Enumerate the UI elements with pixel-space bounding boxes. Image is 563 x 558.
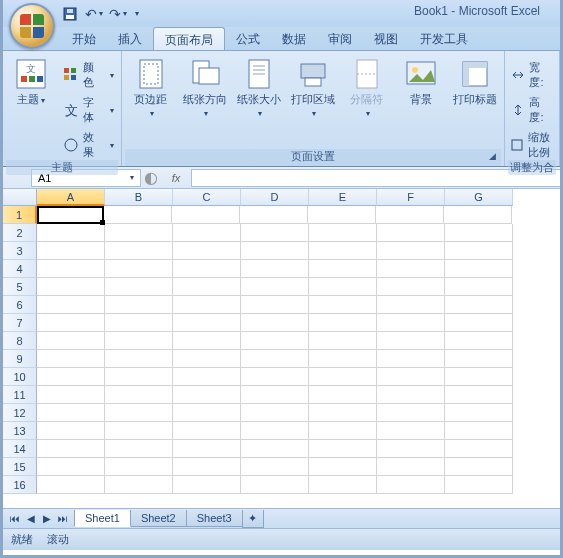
cell[interactable] bbox=[309, 242, 377, 260]
cell[interactable] bbox=[377, 368, 445, 386]
cell[interactable] bbox=[37, 242, 105, 260]
cell[interactable] bbox=[241, 440, 309, 458]
cell[interactable] bbox=[377, 476, 445, 494]
cell[interactable] bbox=[37, 404, 105, 422]
cell[interactable] bbox=[377, 404, 445, 422]
col-header-c[interactable]: C bbox=[173, 189, 241, 206]
row-header[interactable]: 5 bbox=[3, 278, 37, 296]
cell[interactable] bbox=[173, 278, 241, 296]
row-header[interactable]: 4 bbox=[3, 260, 37, 278]
cell[interactable] bbox=[37, 278, 105, 296]
row-header[interactable]: 15 bbox=[3, 458, 37, 476]
cell[interactable] bbox=[37, 260, 105, 278]
cell[interactable] bbox=[377, 350, 445, 368]
height-control[interactable]: 高度: bbox=[510, 95, 554, 125]
col-header-a[interactable]: A bbox=[37, 189, 105, 206]
row-header[interactable]: 12 bbox=[3, 404, 37, 422]
cell[interactable] bbox=[105, 476, 173, 494]
cell[interactable] bbox=[173, 386, 241, 404]
cell[interactable] bbox=[37, 296, 105, 314]
cell[interactable] bbox=[105, 368, 173, 386]
tab-formulas[interactable]: 公式 bbox=[225, 27, 271, 50]
cell[interactable] bbox=[377, 440, 445, 458]
cell[interactable] bbox=[445, 296, 513, 314]
breaks-button[interactable]: 分隔符▾ bbox=[341, 54, 393, 124]
cell[interactable] bbox=[376, 206, 444, 224]
row-header[interactable]: 11 bbox=[3, 386, 37, 404]
row-header[interactable]: 16 bbox=[3, 476, 37, 494]
cell[interactable] bbox=[173, 404, 241, 422]
cell[interactable] bbox=[105, 350, 173, 368]
cell[interactable] bbox=[37, 206, 104, 224]
col-header-b[interactable]: B bbox=[105, 189, 173, 206]
cell[interactable] bbox=[445, 224, 513, 242]
cell[interactable] bbox=[173, 422, 241, 440]
office-button[interactable] bbox=[9, 3, 55, 49]
margins-button[interactable]: 页边距▾ bbox=[125, 54, 177, 124]
cell[interactable] bbox=[173, 296, 241, 314]
col-header-e[interactable]: E bbox=[309, 189, 377, 206]
undo-button[interactable]: ↶▾ bbox=[85, 5, 103, 23]
cell[interactable] bbox=[37, 458, 105, 476]
row-header[interactable]: 3 bbox=[3, 242, 37, 260]
cell[interactable] bbox=[105, 224, 173, 242]
cell[interactable] bbox=[105, 458, 173, 476]
cell[interactable] bbox=[241, 332, 309, 350]
cell[interactable] bbox=[241, 278, 309, 296]
row-header[interactable]: 6 bbox=[3, 296, 37, 314]
cell[interactable] bbox=[241, 476, 309, 494]
cell[interactable] bbox=[445, 476, 513, 494]
background-button[interactable]: 背景 bbox=[395, 54, 447, 110]
cell[interactable] bbox=[37, 314, 105, 332]
cell[interactable] bbox=[173, 242, 241, 260]
cell[interactable] bbox=[173, 350, 241, 368]
cell[interactable] bbox=[377, 278, 445, 296]
cell[interactable] bbox=[309, 368, 377, 386]
cell[interactable] bbox=[377, 260, 445, 278]
cell[interactable] bbox=[445, 314, 513, 332]
tab-developer[interactable]: 开发工具 bbox=[409, 27, 479, 50]
cell[interactable] bbox=[445, 386, 513, 404]
width-control[interactable]: 宽度: bbox=[510, 60, 554, 90]
col-header-d[interactable]: D bbox=[241, 189, 309, 206]
sheet-tab-3[interactable]: Sheet3 bbox=[186, 510, 243, 527]
effects-button[interactable]: 效果▾ bbox=[63, 130, 114, 160]
cell[interactable] bbox=[105, 422, 173, 440]
cell[interactable] bbox=[377, 422, 445, 440]
cell[interactable] bbox=[105, 440, 173, 458]
cell[interactable] bbox=[445, 458, 513, 476]
select-all-corner[interactable] bbox=[3, 189, 37, 206]
cell[interactable] bbox=[309, 332, 377, 350]
formula-input[interactable] bbox=[191, 169, 560, 187]
cell[interactable] bbox=[37, 224, 105, 242]
cell[interactable] bbox=[445, 278, 513, 296]
cell[interactable] bbox=[309, 260, 377, 278]
tab-home[interactable]: 开始 bbox=[61, 27, 107, 50]
cell[interactable] bbox=[377, 332, 445, 350]
cell[interactable] bbox=[173, 476, 241, 494]
cell[interactable] bbox=[172, 206, 240, 224]
sheet-tab-1[interactable]: Sheet1 bbox=[74, 510, 131, 527]
cell[interactable] bbox=[37, 368, 105, 386]
cell[interactable] bbox=[241, 386, 309, 404]
cell[interactable] bbox=[309, 386, 377, 404]
cell[interactable] bbox=[308, 206, 376, 224]
cell[interactable] bbox=[445, 242, 513, 260]
cell[interactable] bbox=[241, 296, 309, 314]
save-button[interactable] bbox=[61, 5, 79, 23]
orientation-button[interactable]: 纸张方向▾ bbox=[179, 54, 231, 124]
cell[interactable] bbox=[309, 458, 377, 476]
cell[interactable] bbox=[37, 440, 105, 458]
cell[interactable] bbox=[37, 332, 105, 350]
cell[interactable] bbox=[241, 242, 309, 260]
col-header-g[interactable]: G bbox=[445, 189, 513, 206]
cell[interactable] bbox=[445, 350, 513, 368]
cell[interactable] bbox=[445, 404, 513, 422]
print-area-button[interactable]: 打印区域▾ bbox=[287, 54, 339, 124]
cell[interactable] bbox=[37, 476, 105, 494]
sheet-tab-2[interactable]: Sheet2 bbox=[130, 510, 187, 527]
row-header[interactable]: 9 bbox=[3, 350, 37, 368]
cell[interactable] bbox=[173, 260, 241, 278]
cell[interactable] bbox=[377, 314, 445, 332]
cell[interactable] bbox=[104, 206, 172, 224]
